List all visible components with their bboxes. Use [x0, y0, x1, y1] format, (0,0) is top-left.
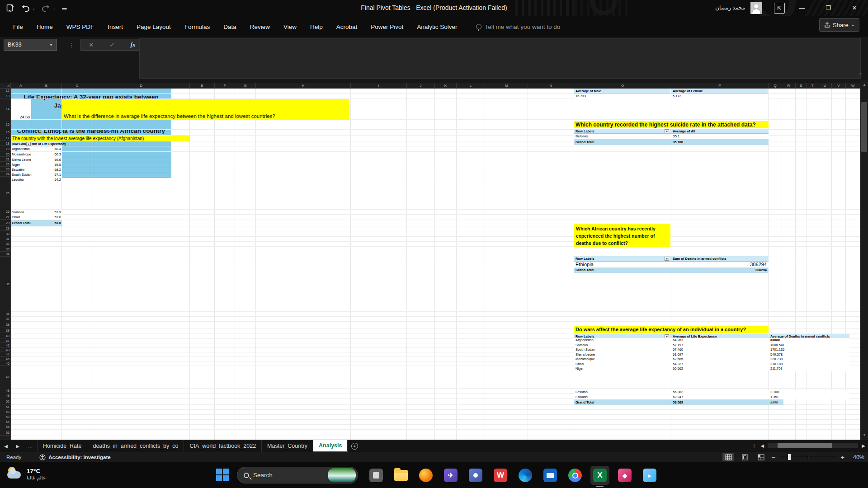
pivot-suicide-row[interactable]: Belarus35.1 [574, 134, 769, 139]
taskbar-icon-chrome[interactable] [567, 468, 583, 483]
tell-me-box[interactable]: Tell me what you want to do [476, 23, 561, 30]
pivot-header-avg-all[interactable]: Average of All [673, 129, 695, 134]
row-header-39[interactable]: 39 [0, 328, 11, 333]
question-banner-suicide[interactable]: Which country recorded the highest suici… [574, 121, 769, 128]
row-header-56[interactable]: 56 [0, 430, 11, 436]
column-header-H[interactable]: H [256, 83, 351, 89]
taskbar-icon-file-explorer[interactable] [393, 468, 409, 483]
minimize-button[interactable]: — [792, 0, 812, 15]
pivot-wars-row[interactable]: Somalia57.1971808.541 [574, 343, 849, 348]
pivot-wars-row[interactable]: Afghanistan64.263##### [574, 338, 849, 343]
zoom-in-icon[interactable]: + [840, 453, 844, 461]
column-header-N[interactable]: N [528, 83, 574, 89]
sheet-tab-analysis[interactable]: Analysis [313, 440, 348, 452]
row-header-48[interactable]: 48 [0, 389, 11, 393]
row-header-32[interactable]: 32 [0, 242, 11, 246]
cell-a14[interactable]: 24.58 [11, 99, 31, 120]
vertical-scrollbar[interactable]: ▲ ▼ [860, 80, 868, 440]
row-header-35[interactable]: 35 [0, 257, 11, 311]
pivot-min-life-row[interactable]: Sierra Leone59.6 [11, 157, 62, 162]
zoom-out-icon[interactable]: − [771, 453, 775, 461]
sheet-menu-icon[interactable]: ⋮ [751, 442, 757, 449]
taskbar-weather[interactable]: 17°C غائم غالبا [6, 466, 46, 482]
ribbon-tab-home[interactable]: Home [30, 20, 60, 34]
avg-gender-header[interactable]: Average of Male [574, 89, 670, 94]
row-header-27[interactable]: 27 [0, 215, 11, 220]
sheet-overflow-button[interactable]: ... [24, 440, 37, 452]
search-highlight-image[interactable] [328, 468, 356, 482]
row-header-33[interactable]: 33 [0, 247, 11, 252]
ribbon-tab-data[interactable]: Data [217, 20, 243, 34]
row-header-31[interactable]: 31 [0, 237, 11, 241]
sheet-next-icon[interactable]: ▶ [12, 440, 24, 452]
ribbon-tab-view[interactable]: View [277, 20, 303, 34]
taskbar-icon-app-purple[interactable]: ✈ [443, 468, 458, 483]
start-button[interactable] [216, 469, 229, 481]
pivot-min-life-row[interactable]: Eswatini58.2 [11, 167, 62, 172]
column-headers[interactable]: ABCDEFGHIJKLMNOPQRSTUVW [11, 83, 860, 89]
column-header-Q[interactable]: Q [769, 83, 782, 89]
column-header-W[interactable]: W [846, 83, 860, 89]
filter-icon[interactable]: ▾ [665, 129, 669, 133]
ribbon-tab-analytic-solver[interactable]: Analytic Solver [410, 20, 464, 34]
scroll-down-icon[interactable]: ▼ [863, 433, 866, 437]
collapse-formula-bar-icon[interactable]: ︿ [859, 70, 863, 76]
cells-canvas[interactable]: 24.58What is the difference in average l… [11, 89, 860, 440]
pivot-min-life-row[interactable]: Niger59.5 [11, 162, 62, 167]
avg-gender-value[interactable]: 16.733 [574, 94, 670, 99]
row-header-42[interactable]: 42 [0, 343, 11, 347]
row-header-47[interactable]: 47 [0, 366, 11, 388]
row-header-44[interactable]: 44 [0, 352, 11, 357]
row-header-13[interactable]: 13 [0, 94, 11, 99]
confirm-entry-icon[interactable]: ✓ [110, 42, 115, 48]
column-header-R[interactable]: R [782, 83, 796, 89]
taskbar-icon-app-orange[interactable] [418, 468, 434, 483]
pivot-wars-row[interactable]: Mozambique62.585328.730 [574, 357, 849, 362]
question-banner-life-expectancy[interactable]: What is the difference in average life e… [62, 99, 349, 120]
vertical-scroll-thumb[interactable] [861, 102, 867, 152]
sheet-prev-icon[interactable]: ◀ [0, 440, 12, 452]
row-header-45[interactable]: 45 [0, 357, 11, 361]
taskbar-icon-display-app[interactable] [542, 468, 558, 483]
horizontal-scrollbar[interactable] [768, 443, 858, 448]
row-headers[interactable]: 1213141516171819202122232425262728293031… [0, 89, 11, 440]
pivot-header-min-life[interactable]: Min of Life Expectancy [32, 141, 66, 146]
taskbar-icon-app-people[interactable] [468, 468, 483, 483]
pivot-header-sum-deaths[interactable]: Sum of Deaths in armed conflicts [673, 256, 726, 262]
restore-button[interactable]: ❐ [818, 0, 838, 15]
name-box-dropdown-icon[interactable]: ▼ [49, 43, 53, 47]
row-header-55[interactable]: 55 [0, 425, 11, 429]
pivot-min-life-row[interactable]: Afghanistan60.4 [11, 146, 62, 151]
row-header-29[interactable]: 29 [0, 226, 11, 231]
row-header-17[interactable]: 17 [0, 136, 11, 141]
ribbon-tab-review[interactable]: Review [243, 20, 277, 34]
avatar[interactable] [750, 2, 762, 14]
pivot-wars-row[interactable]: Niger60.562211.703 [574, 366, 849, 371]
column-header-G[interactable]: G [235, 83, 256, 89]
column-header-S[interactable]: S [796, 83, 807, 89]
row-header-52[interactable]: 52 [0, 410, 11, 414]
row-header-41[interactable]: 41 [0, 339, 11, 343]
pivot-wars-row[interactable]: Eswatini62.2471.351 [574, 395, 849, 400]
select-all-corner[interactable] [0, 83, 11, 89]
taskbar-search[interactable]: Search [237, 467, 358, 483]
row-header-38[interactable]: 38 [0, 322, 11, 328]
column-header-K[interactable]: K [435, 83, 457, 89]
pivot-min-life-total[interactable]: Grand Total53.0 [11, 220, 62, 226]
pivot-suicide-header[interactable]: Row Labels▾Average of All [574, 129, 769, 134]
cancel-entry-icon[interactable]: ✕ [89, 42, 94, 48]
column-header-C[interactable]: C [62, 83, 93, 89]
row-header-24[interactable]: 24 [0, 172, 11, 177]
column-header-A[interactable]: A [11, 83, 31, 89]
pivot-min-life-row[interactable]: Chad53.0 [11, 215, 62, 220]
taskbar-icon-edge[interactable] [518, 468, 533, 483]
pivot-conflict-row[interactable]: Ethiopia386294 [574, 262, 769, 267]
row-header-30[interactable]: 30 [0, 231, 11, 236]
filter-icon[interactable]: ▾ [26, 142, 31, 146]
pivot-min-life-row[interactable]: Mozambique60.3 [11, 152, 62, 157]
ribbon-tab-file[interactable]: File [6, 20, 30, 34]
sheet-tab-cia_world_factbook_2022[interactable]: CIA_world_factbook_2022 [184, 440, 262, 452]
filter-icon[interactable]: ▾ [665, 257, 669, 261]
question-banner-wars[interactable]: Do wars affect the average life expectan… [574, 326, 769, 333]
row-header-36[interactable]: 36 [0, 312, 11, 316]
